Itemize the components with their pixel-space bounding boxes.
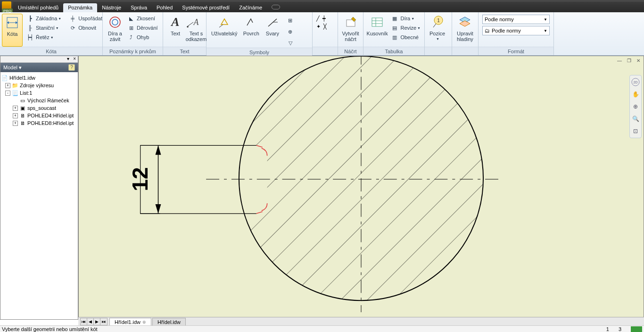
svg-rect-13 [372, 18, 382, 26]
doc-tab-inactive[interactable]: Hřídel.idw [152, 318, 186, 326]
usporadat-button[interactable]: ╪Uspořádat [67, 14, 104, 23]
nav-2d-icon[interactable]: 2D [631, 77, 640, 87]
tab-poznamka[interactable]: Poznámka [63, 3, 97, 12]
svary-label: Svary [266, 31, 279, 36]
upravit-hladiny-button[interactable]: Upravit hladiny [454, 14, 476, 47]
obnovit-button[interactable]: ⟳Obnovit [67, 23, 104, 33]
bisector-icon[interactable]: ╳ [323, 24, 327, 30]
surface-icon [244, 15, 259, 30]
document-tabs: ⏮ ◀ ▶ ⏭ Hřídel1.idw⊗ Hřídel.idw [78, 317, 644, 325]
tab-close-icon[interactable]: ⊗ [142, 320, 146, 324]
revtable-icon: ▤ [391, 24, 398, 32]
tab-sprava[interactable]: Správa [126, 3, 152, 12]
centerpattern-icon[interactable]: ✦ [316, 24, 321, 30]
browser-close-icon[interactable]: × [71, 56, 78, 62]
kota-button[interactable]: Kóta [2, 14, 23, 47]
partslist-icon [370, 15, 385, 30]
pozice-button[interactable]: 1 Pozice ▼ [427, 14, 448, 47]
tab-obecne-button[interactable]: ▥Obecné [389, 33, 422, 42]
sym-extra-3[interactable]: ▽ [285, 38, 298, 48]
centermark-icon[interactable]: ┿ [322, 16, 326, 22]
tree-expand-icon[interactable]: - [5, 91, 10, 96]
format-norma-dd1[interactable]: Podle normy▼ [482, 15, 550, 24]
help-icon[interactable]: ? [68, 64, 75, 71]
ohyb-button[interactable]: ⤴Ohyb [125, 33, 160, 42]
view-min-icon[interactable]: — [616, 58, 623, 64]
tree-folder-icon: 📁 [12, 82, 18, 89]
text-odkaz-button[interactable]: A Text s odkazem [186, 14, 206, 47]
tab-umisteni[interactable]: Umístění pohledů [13, 3, 63, 12]
kota-label: Kóta [7, 31, 18, 37]
zakladna-button[interactable]: ┣Základna▼ [25, 14, 63, 23]
hladiny-label: Upravit hladiny [457, 31, 473, 42]
text-icon: A [168, 15, 183, 30]
pozice-label: Pozice [429, 31, 445, 36]
tree-root[interactable]: 📄Hřídel1.idw [1, 74, 77, 82]
tree-node[interactable]: +▣sps_soucast [1, 104, 77, 112]
view-restore-icon[interactable]: ❐ [626, 58, 632, 64]
pager-first-icon[interactable]: ⏮ [81, 318, 87, 325]
pager-next-icon[interactable]: ▶ [94, 318, 100, 325]
browser-dropdown-icon[interactable]: ▾ [65, 56, 71, 62]
view-window-controls: — ❐ ✕ [616, 58, 642, 64]
format-norma-dd2[interactable]: 🗂Podle normy▼ [482, 26, 550, 35]
navigation-bar: 2D ✋ ⊕ 🔍 ⊡ [629, 75, 642, 138]
svg-marker-2 [7, 21, 9, 24]
tree-expand-icon[interactable]: + [13, 121, 18, 126]
tree-node[interactable]: ▭Výchozí Rámeček [1, 97, 77, 104]
kusovnik-button[interactable]: Kusovník [365, 14, 389, 47]
pan-icon[interactable]: ✋ [631, 90, 640, 99]
panel-text: A Text A Text s odkazem Text [163, 12, 206, 55]
tree-node[interactable]: -📃List:1 [1, 89, 77, 97]
tab-nastroje[interactable]: Nástroje [97, 3, 126, 12]
tab-dira-button[interactable]: ▦Díra▼ [389, 14, 422, 23]
tree-node[interactable]: +🗎POHLED8:Hřídel.ipt [1, 119, 77, 127]
ribbon-minimize-icon[interactable] [272, 5, 280, 9]
svg-rect-26 [220, 56, 549, 319]
pager-last-icon[interactable]: ⏭ [100, 318, 107, 325]
tree-expand-icon[interactable]: + [13, 113, 18, 118]
tree-node[interactable]: +🗎POHLED4:Hřídel.ipt [1, 112, 77, 119]
tree-label: Výchozí Rámeček [27, 98, 69, 103]
povrch-button[interactable]: Povrch [240, 14, 262, 47]
tree-label: POHLED8:Hřídel.ipt [27, 120, 74, 126]
tab-pohled[interactable]: Pohled [152, 3, 177, 12]
svg-rect-27 [140, 145, 267, 213]
centerline-icon[interactable]: ╱ [316, 16, 320, 22]
ribbon-tabs: Umístění pohledů Poznámka Nástroje Správ… [13, 2, 644, 12]
model-browser: ▾ × Model ▾ ? 📄Hřídel1.idw +📁Zdroje výkr… [0, 56, 78, 320]
retez-button[interactable]: ┝┥Řetěz▼ [25, 33, 63, 42]
tree-expand-icon[interactable]: + [13, 106, 18, 111]
tab-zaciname[interactable]: Začínáme [234, 3, 267, 12]
pager-prev-icon[interactable]: ◀ [87, 318, 94, 325]
drawing-canvas[interactable]: — ❐ ✕ 2D ✋ ⊕ 🔍 ⊡ [78, 56, 644, 320]
zoom-in-icon[interactable]: ⊕ [631, 102, 640, 111]
view-close-icon[interactable]: ✕ [635, 58, 642, 64]
bend-icon: ⤴ [127, 33, 135, 41]
tab-revize-button[interactable]: ▤Revize▼ [389, 23, 422, 33]
vytvorit-nacrt-button[interactable]: Vytvořit náčrt [340, 14, 361, 47]
svg-line-10 [268, 19, 277, 26]
panel-tabulka: Kusovník ▦Díra▼ ▤Revize▼ ▥Obecné Tabulka [363, 12, 425, 55]
tree-label: sps_soucast [27, 105, 56, 111]
dira-zavit-button[interactable]: Díra a závit [105, 14, 125, 47]
zoom-window-icon[interactable]: 🔍 [631, 114, 640, 124]
stanicni-button[interactable]: ╟Staniční▼ [25, 23, 63, 33]
datum-icon: ▽ [287, 39, 294, 47]
tree-expand-icon[interactable]: + [5, 83, 10, 88]
zkoseni-button[interactable]: ◣Zkosení [125, 14, 160, 23]
uzivatelsky-button[interactable]: Uživatelský [208, 14, 240, 47]
svary-button[interactable]: Svary [262, 14, 283, 47]
sym-extra-2[interactable]: ⊕ [285, 27, 298, 36]
zoom-all-icon[interactable]: ⊡ [631, 126, 640, 136]
tree-node[interactable]: +📁Zdroje výkresu [1, 82, 77, 89]
text-button[interactable]: A Text [165, 14, 186, 47]
panel-title: Symboly [206, 48, 312, 56]
doc-tab-active[interactable]: Hřídel1.idw⊗ [109, 318, 151, 326]
tab-systemove[interactable]: Systémové prostředí [177, 3, 234, 12]
browser-title[interactable]: Model ▾ ? [0, 63, 78, 72]
sym-extra-1[interactable]: ⊞ [285, 16, 298, 25]
target-icon: ⊕ [287, 28, 294, 35]
weld-icon [265, 15, 280, 30]
derovani-button[interactable]: ⊞Děrování [125, 23, 160, 33]
